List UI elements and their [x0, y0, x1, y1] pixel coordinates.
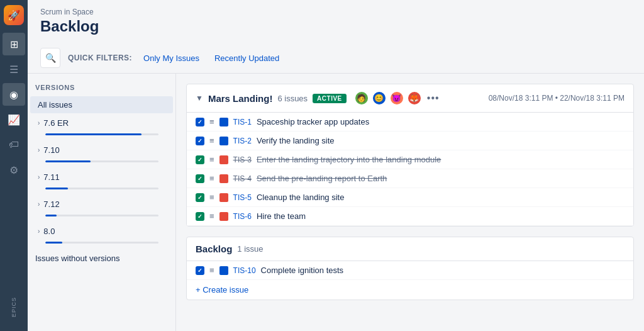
- version-progress-bar: [45, 188, 168, 189]
- issue-row[interactable]: ✓ ≡ TIS-1 Spaceship tracker app updates: [187, 113, 633, 132]
- create-issue-btn[interactable]: + Create issue: [187, 280, 633, 300]
- nav-settings[interactable]: ⚙: [3, 159, 25, 181]
- create-issue-label: + Create issue: [196, 285, 248, 295]
- priority-icon: ≡: [209, 211, 214, 221]
- issue-checkbox[interactable]: ✓: [196, 155, 204, 164]
- sprint-section: ▼ Mars Landing! 6 issues ACTIVE 🧑 😊 😈 🦊 …: [186, 84, 634, 227]
- versions-section-title: VERSIONS: [28, 81, 175, 96]
- issue-summary: Enter the landing trajectory into the la…: [257, 155, 441, 164]
- issue-row[interactable]: ✓ ≡ TIS-3 Enter the landing trajectory i…: [187, 150, 633, 169]
- sprint-more-btn[interactable]: •••: [427, 93, 440, 104]
- issue-row[interactable]: ✓ ≡ TIS-2 Verify the landing site: [187, 132, 633, 150]
- app-logo[interactable]: 🚀: [4, 5, 24, 25]
- version-7-10[interactable]: › 7.10 •••: [30, 140, 173, 159]
- issue-key: TIS-10: [233, 266, 256, 275]
- priority-icon: ≡: [209, 266, 214, 275]
- issue-summary: Spaceship tracker app updates: [257, 117, 369, 126]
- issue-row[interactable]: ✓ ≡ TIS-5 Cleanup the landing site: [187, 188, 633, 207]
- sprint-chevron[interactable]: ▼: [196, 94, 203, 103]
- backlog-title: Backlog: [196, 244, 232, 254]
- issue-checkbox[interactable]: ✓: [196, 174, 204, 183]
- issue-row[interactable]: ✓ ≡ TIS-4 Send the pre-landing report to…: [187, 169, 633, 188]
- version-progress-bar: [45, 242, 168, 244]
- nav-releases[interactable]: 🏷: [3, 133, 25, 156]
- nav-board[interactable]: ☰: [3, 58, 25, 81]
- avatar: 🦊: [407, 91, 422, 106]
- priority-icon: ≡: [209, 117, 214, 126]
- issue-summary: Verify the landing site: [257, 136, 335, 145]
- version-7-12[interactable]: › 7.12 •••: [30, 194, 173, 213]
- sprint-badge: ACTIVE: [313, 94, 347, 103]
- issue-type-icon: [219, 266, 228, 275]
- issue-key: TIS-2: [233, 137, 252, 145]
- issue-summary: Cleanup the landing site: [257, 193, 345, 202]
- backlog-count: 1 issue: [237, 244, 263, 254]
- issue-row[interactable]: ✓ ≡ TIS-6 Hire the team: [187, 207, 633, 226]
- search-button[interactable]: 🔍: [40, 48, 60, 68]
- nav-reports[interactable]: 📈: [3, 108, 25, 131]
- version-name: 7.6 ER: [43, 118, 153, 128]
- issue-type-icon: [219, 155, 228, 164]
- version-8-0[interactable]: › 8.0 •••: [30, 222, 173, 240]
- epics-nav-label[interactable]: EPICS: [11, 288, 17, 326]
- issue-row[interactable]: ✓ ≡ TIS-10 Complete ignition tests: [187, 261, 633, 280]
- version-chevron: ›: [38, 228, 40, 235]
- issue-summary: Send the pre-landing report to Earth: [257, 174, 387, 183]
- version-progress-bar: [45, 133, 168, 135]
- priority-icon: ≡: [209, 155, 214, 164]
- issue-type-icon: [219, 118, 228, 126]
- issue-key: TIS-4: [233, 174, 252, 183]
- main-area: Scrum in Space Backlog 🔍 QUICK FILTERS: …: [28, 0, 644, 331]
- version-chevron: ›: [38, 147, 40, 154]
- version-name: 7.12: [43, 199, 153, 209]
- priority-icon: ≡: [209, 136, 214, 145]
- sprint-dates: 08/Nov/18 3:11 PM • 22/Nov/18 3:11 PM: [489, 94, 625, 103]
- issues-without-versions[interactable]: Issues without versions: [28, 249, 175, 268]
- avatar: 😈: [389, 91, 404, 106]
- version-progress-bar: [45, 160, 168, 162]
- issue-summary: Hire the team: [257, 211, 306, 221]
- only-my-issues-filter[interactable]: Only My Issues: [140, 51, 203, 65]
- all-issues-label: All issues: [38, 100, 165, 109]
- nav-backlog[interactable]: ◉: [3, 83, 25, 106]
- nav-home[interactable]: ⊞: [3, 33, 25, 55]
- issue-checkbox[interactable]: ✓: [196, 137, 204, 145]
- issue-checkbox[interactable]: ✓: [196, 212, 204, 221]
- backlog-content: ▼ Mars Landing! 6 issues ACTIVE 🧑 😊 😈 🦊 …: [176, 74, 644, 331]
- issue-type-icon: [219, 212, 228, 221]
- content-row: VERSIONS All issues › 7.6 ER ••• › 7.10 …: [28, 74, 644, 331]
- version-name: 8.0: [43, 227, 153, 236]
- version-progress-bar: [45, 215, 168, 216]
- filter-bar: 🔍 QUICK FILTERS: Only My Issues Recently…: [28, 43, 644, 74]
- version-chevron: ›: [38, 120, 40, 126]
- avatar: 😊: [372, 91, 387, 106]
- version-chevron: ›: [38, 174, 40, 181]
- issue-type-icon: [219, 137, 228, 145]
- breadcrumb: Scrum in Space: [40, 8, 631, 16]
- recently-updated-filter[interactable]: Recently Updated: [211, 51, 283, 65]
- version-7-6-er[interactable]: › 7.6 ER •••: [30, 113, 173, 132]
- issue-key: TIS-3: [233, 155, 252, 164]
- sprint-count: 6 issues: [277, 94, 308, 103]
- issue-key: TIS-5: [233, 193, 252, 202]
- sprint-header: ▼ Mars Landing! 6 issues ACTIVE 🧑 😊 😈 🦊 …: [187, 84, 633, 113]
- priority-icon: ≡: [209, 174, 214, 183]
- sprint-avatars: 🧑 😊 😈 🦊: [354, 91, 422, 106]
- issue-checkbox[interactable]: ✓: [196, 118, 204, 126]
- page-title: Backlog: [40, 18, 631, 35]
- header: Scrum in Space Backlog: [28, 0, 644, 43]
- all-issues-item[interactable]: All issues: [30, 96, 173, 113]
- version-name: 7.10: [43, 145, 153, 155]
- issue-key: TIS-6: [233, 212, 252, 221]
- issue-type-icon: [219, 193, 228, 202]
- backlog-section-header: Backlog 1 issue: [187, 237, 633, 261]
- version-chevron: ›: [38, 201, 40, 208]
- filter-label: QUICK FILTERS:: [68, 53, 132, 62]
- priority-icon: ≡: [209, 193, 214, 202]
- sidebar: VERSIONS All issues › 7.6 ER ••• › 7.10 …: [28, 74, 176, 331]
- backlog-section: Backlog 1 issue ✓ ≡ TIS-10 Complete igni…: [186, 237, 634, 300]
- version-7-11[interactable]: › 7.11 •••: [30, 167, 173, 186]
- issue-checkbox[interactable]: ✓: [196, 266, 204, 275]
- issue-checkbox[interactable]: ✓: [196, 193, 204, 202]
- issue-type-icon: [219, 174, 228, 183]
